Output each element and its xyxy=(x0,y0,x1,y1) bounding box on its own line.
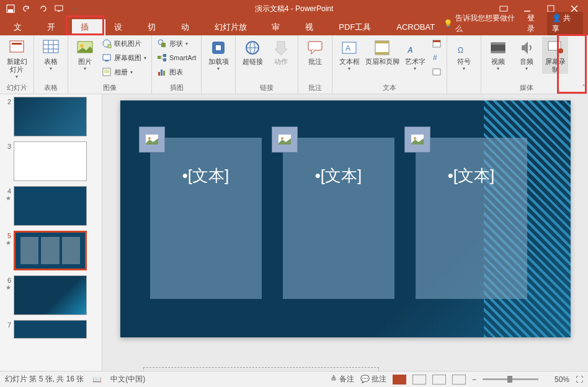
reading-view-button[interactable] xyxy=(432,375,446,385)
svg-rect-44 xyxy=(433,40,440,42)
chart-icon xyxy=(157,67,167,77)
hyperlink-button[interactable]: 超链接 xyxy=(239,37,265,66)
svg-rect-30 xyxy=(163,71,165,76)
redo-icon[interactable] xyxy=(37,3,48,14)
chart-button[interactable]: 图表 xyxy=(156,65,197,79)
slide-counter[interactable]: 幻灯片 第 5 张, 共 16 张 xyxy=(5,374,84,385)
tell-me[interactable]: 💡告诉我您想要做什么 xyxy=(443,13,522,34)
svg-text:A: A xyxy=(345,44,350,53)
svg-rect-8 xyxy=(43,40,58,53)
tab-home[interactable]: 开始 xyxy=(38,19,72,35)
tab-review[interactable]: 审阅 xyxy=(263,19,296,35)
album-icon xyxy=(102,67,112,77)
picture-button[interactable]: 图片▾ xyxy=(72,37,98,71)
thumb-6[interactable] xyxy=(14,275,87,315)
tab-pdf[interactable]: PDF工具集 xyxy=(330,19,388,35)
thumb-5[interactable] xyxy=(14,231,87,270)
undo-icon[interactable] xyxy=(21,3,32,14)
addins-button[interactable]: 加载项▾ xyxy=(205,37,231,71)
thumb-4[interactable] xyxy=(14,186,87,226)
picture-placeholder-icon[interactable] xyxy=(272,127,298,153)
video-button[interactable]: 视频▾ xyxy=(485,37,511,71)
sorter-view-button[interactable] xyxy=(412,375,426,385)
screenrec-button[interactable]: 屏幕录制 xyxy=(542,37,568,74)
datetime-button[interactable] xyxy=(430,37,443,50)
tab-file[interactable]: 文件 xyxy=(5,19,38,35)
picture-placeholder-icon[interactable] xyxy=(139,127,165,153)
spellcheck-icon[interactable]: 📖 xyxy=(92,375,102,384)
svg-rect-40 xyxy=(375,41,389,43)
slideshow-view-button[interactable] xyxy=(452,375,466,385)
new-slide-button[interactable]: 新建幻灯片▾ xyxy=(4,37,30,79)
smartart-button[interactable]: SmartArt xyxy=(156,51,197,64)
tab-design[interactable]: 设计 xyxy=(105,19,139,35)
bulb-icon: 💡 xyxy=(443,19,453,28)
svg-rect-50 xyxy=(491,51,505,53)
slidenum-button[interactable]: # xyxy=(430,51,443,64)
start-slideshow-icon[interactable] xyxy=(53,3,65,14)
save-icon[interactable] xyxy=(5,3,16,14)
zoom-slider[interactable] xyxy=(483,378,538,380)
table-icon xyxy=(41,38,61,58)
content-card-2[interactable]: •[文本] xyxy=(283,138,394,299)
signin-link[interactable]: 登录 xyxy=(527,13,542,34)
textbox-button[interactable]: A文本框▾ xyxy=(336,37,362,71)
thumb-7[interactable] xyxy=(14,320,87,339)
chevron-down-icon: ▾ xyxy=(16,74,18,79)
tab-slideshow[interactable]: 幻灯片放映 xyxy=(206,19,264,35)
svg-rect-29 xyxy=(161,69,163,76)
screenshot-button[interactable]: 屏幕截图▾ xyxy=(100,51,148,64)
zoom-level[interactable]: 50% xyxy=(545,375,569,384)
thumb-3[interactable] xyxy=(14,141,87,181)
text-placeholder-1[interactable]: •[文本] xyxy=(150,165,262,187)
wordart-button[interactable]: A艺术字▾ xyxy=(402,37,428,71)
headerfooter-button[interactable]: 页眉和页脚 xyxy=(365,37,399,66)
thumb-2[interactable] xyxy=(14,97,87,136)
tab-insert[interactable]: 插入 xyxy=(72,19,105,35)
anim-star-icon: ★ xyxy=(1,195,11,202)
share-button[interactable]: 👤 共享 xyxy=(547,12,583,35)
svg-rect-3 xyxy=(500,6,507,11)
section-title-placeholder[interactable]: 节标题 01 xyxy=(143,367,379,371)
notes-button[interactable]: ≜ 备注 xyxy=(331,374,354,385)
group-slides: 幻灯片 xyxy=(4,83,30,93)
table-button[interactable]: 表格▾ xyxy=(38,37,64,71)
online-pictures-button[interactable]: 联机图片 xyxy=(100,37,148,50)
svg-rect-24 xyxy=(163,54,166,57)
tab-acrobat[interactable]: ACROBAT xyxy=(388,19,443,35)
object-button[interactable] xyxy=(430,65,443,79)
slide-canvas[interactable]: •[文本] •[文本] •[文本] xyxy=(120,100,571,337)
slide-canvas-area[interactable]: •[文本] •[文本] •[文本] 节标题 01 xyxy=(102,94,588,371)
group-images: 图像 xyxy=(72,83,148,93)
comment-button[interactable]: 批注 xyxy=(302,37,328,66)
group-illustrations: 插图 xyxy=(156,83,197,93)
content-card-1[interactable]: •[文本] xyxy=(150,138,262,299)
qat-dropdown-icon[interactable]: ▾ xyxy=(69,3,81,14)
svg-rect-17 xyxy=(103,55,110,60)
slide-thumbnails[interactable]: 2 3 4★ 5★ 6★ 7 xyxy=(0,94,102,371)
audio-button[interactable]: 音频▾ xyxy=(514,37,540,71)
symbol-button[interactable]: Ω符号▾ xyxy=(451,37,477,71)
date-icon xyxy=(432,38,442,48)
picture-placeholder-icon[interactable] xyxy=(404,127,430,153)
text-placeholder-3[interactable]: •[文本] xyxy=(416,165,527,187)
collapse-ribbon-icon[interactable]: ˄ xyxy=(582,84,586,92)
text-placeholder-2[interactable]: •[文本] xyxy=(283,165,394,187)
language-status[interactable]: 中文(中国) xyxy=(110,374,145,385)
svg-rect-18 xyxy=(105,60,109,61)
group-tables: 表格 xyxy=(38,83,64,93)
tab-transition[interactable]: 切换 xyxy=(139,19,172,35)
screenshot-icon xyxy=(102,53,112,63)
tab-view[interactable]: 视图 xyxy=(296,19,330,35)
shapes-button[interactable]: 形状▾ xyxy=(156,37,197,50)
comments-button[interactable]: 💬 批注 xyxy=(360,374,386,385)
zoom-out-button[interactable]: − xyxy=(472,375,476,384)
album-button[interactable]: 相册▾ xyxy=(100,65,148,79)
svg-rect-20 xyxy=(104,69,109,73)
fit-window-button[interactable]: ⛶ xyxy=(576,375,583,384)
content-card-3[interactable]: •[文本] xyxy=(416,138,527,299)
tab-anim[interactable]: 动画 xyxy=(172,19,206,35)
action-button[interactable]: 动作 xyxy=(268,37,294,66)
zoom-slider-thumb[interactable] xyxy=(507,376,512,383)
normal-view-button[interactable] xyxy=(393,375,406,385)
